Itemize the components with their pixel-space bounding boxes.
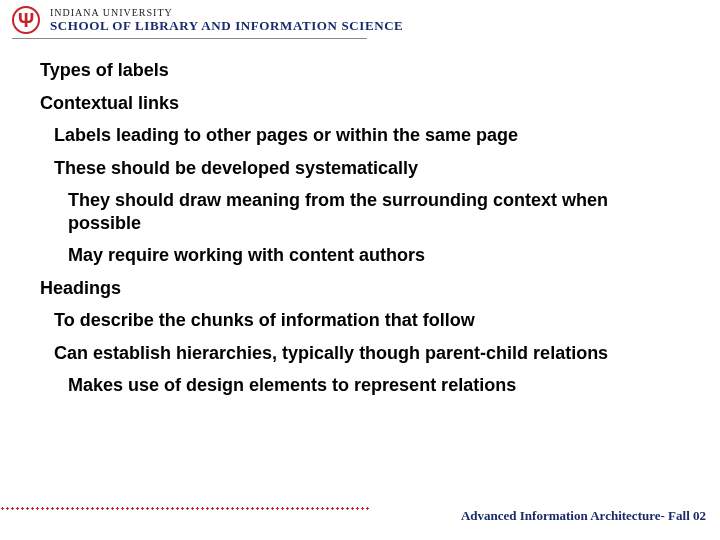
school-name: SCHOOL OF LIBRARY AND INFORMATION SCIENC…: [50, 18, 403, 34]
footer-text: Advanced Information Architecture- Fall …: [461, 508, 706, 524]
slide-title: Types of labels: [40, 59, 680, 82]
section-heading: Headings: [40, 277, 680, 300]
body-text: To describe the chunks of information th…: [54, 309, 680, 332]
slide-header: Ψ INDIANA UNIVERSITY SCHOOL OF LIBRARY A…: [0, 0, 720, 34]
body-text: Labels leading to other pages or within …: [54, 124, 680, 147]
body-sub-text: They should draw meaning from the surrou…: [68, 189, 680, 234]
slide-content: Types of labels Contextual links Labels …: [0, 39, 720, 397]
body-sub-text: Makes use of design elements to represen…: [68, 374, 680, 397]
body-sub-text: May require working with content authors: [68, 244, 680, 267]
university-logo: Ψ: [12, 6, 40, 34]
footer-divider-dots: [0, 506, 370, 510]
header-text-block: INDIANA UNIVERSITY SCHOOL OF LIBRARY AND…: [50, 7, 403, 34]
section-heading: Contextual links: [40, 92, 680, 115]
body-text: These should be developed systematically: [54, 157, 680, 180]
university-name: INDIANA UNIVERSITY: [50, 7, 403, 18]
body-text: Can establish hierarchies, typically tho…: [54, 342, 680, 365]
